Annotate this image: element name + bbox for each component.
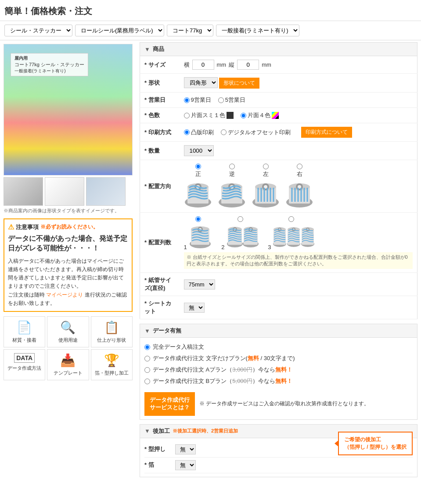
print-digital-option[interactable]: デジタルオフセット印刷	[221, 129, 291, 136]
my-page-link[interactable]: マイページより	[46, 292, 83, 298]
icon-data[interactable]: DATA データ作成方法	[4, 349, 45, 380]
type-select[interactable]: ロールシール(業務用ラベル)	[75, 25, 164, 36]
black-swatch	[227, 112, 234, 119]
data-opt3-radio[interactable]	[144, 367, 150, 373]
size-cross: 縦	[229, 61, 234, 69]
thumbnail-1[interactable]	[4, 177, 43, 206]
dir-forward[interactable]: 正	[184, 164, 212, 209]
notice-sub-text: 入稿データに不備があった場合はマイページにご連絡をさせていただきます。再入稿が締…	[8, 257, 128, 307]
col-3-icon	[273, 223, 314, 249]
form-table: サイズ 横 mm 縦 mm 形状 四角形	[140, 56, 417, 319]
icon-usage[interactable]: 🔍 使用用途	[47, 316, 89, 347]
foil-icon: 🏆	[93, 353, 130, 368]
haku-select[interactable]: 無	[175, 460, 196, 470]
data-section-title: データ有無	[153, 327, 181, 335]
data-section-header: ▼ データ有無	[140, 324, 417, 338]
columns-note: ※ 台紙サイズとシールサイズの関係上、製作ができかねる配置列数をご選択された場合…	[184, 252, 413, 269]
icon-finish[interactable]: 📋 仕上がり形状	[91, 316, 133, 347]
post-note: ※後加工選択時、2営業日追加	[173, 428, 238, 434]
callout-arrow	[335, 440, 339, 447]
data-opt1: 完全データ入稿注文	[144, 341, 413, 353]
notice-required: ※必ずお読みください。	[40, 223, 98, 231]
size-label: サイズ	[140, 56, 180, 74]
dir-right[interactable]: 右	[285, 164, 314, 209]
data-opt3-label[interactable]: データ作成代行注文 Aプラン（3,000円）今なら無料！	[153, 366, 292, 374]
col-2-label: 2	[221, 244, 224, 250]
col-1-label: 1	[184, 244, 187, 250]
columns-row: 配置列数 1	[140, 213, 417, 273]
bd-9-option[interactable]: 9営業日	[184, 96, 211, 104]
bd-5-option[interactable]: 5営業日	[218, 96, 245, 104]
category-select[interactable]: シール・ステッカー	[4, 25, 72, 36]
col-1-item[interactable]: 1	[184, 216, 213, 250]
data-opt3: データ作成代行注文 Aプラン（3,000円）今なら無料！	[144, 364, 413, 375]
print-relief-option[interactable]: 凸版印刷	[184, 129, 214, 136]
dir-left[interactable]: 左	[252, 164, 280, 209]
bd-9-label: 9営業日	[191, 96, 211, 104]
dir-reverse[interactable]: 逆	[218, 164, 246, 209]
dir-reverse-label: 逆	[229, 171, 235, 177]
data-opt4-radio[interactable]	[144, 379, 150, 384]
data-service-row: データ作成代行 サービスとは？ ※ データ作成サービスはご入金の確認が取れ次第作…	[144, 390, 413, 416]
material-select[interactable]: コート77kg	[167, 25, 213, 36]
template-icon: 📥	[49, 353, 86, 368]
color-4-label: 片面４色	[248, 111, 270, 119]
data-opt2: データ作成代行注文 文字だけプラン(無料 / 30文字まで)	[144, 353, 413, 364]
data-opt2-radio[interactable]	[144, 356, 150, 361]
data-opt1-label[interactable]: 完全データ入稿注文	[153, 343, 204, 351]
sheet-cut-label: シートカット	[140, 296, 180, 319]
col-3-item[interactable]: 3	[268, 216, 314, 250]
qty-label: 数量	[140, 142, 180, 160]
left-panel: 屋内用 コート77kg シール・ステッカー 一般接着(ラミネート有り) ※商品案…	[0, 40, 136, 479]
dir-right-icon	[285, 178, 314, 209]
qty-row: 数量 1000	[140, 142, 417, 160]
icon-foil[interactable]: 🏆 箔・型押し加工	[91, 349, 133, 380]
data-opt4-label[interactable]: データ作成代行注文 Bプラン（5,000円）今なら無料！	[153, 377, 292, 385]
col-2-item[interactable]: 2	[221, 216, 259, 250]
dir-forward-icon	[184, 178, 212, 209]
print-group: 凸版印刷 デジタルオフセット印刷 印刷方式について	[184, 127, 413, 138]
color-4-option[interactable]: 片面４色	[241, 111, 279, 119]
direction-group: 正	[184, 164, 413, 209]
shape-about-button[interactable]: 形状について	[219, 78, 259, 89]
qty-select[interactable]: 1000	[184, 145, 214, 156]
template-label: テンプレート	[54, 370, 83, 375]
search-icon: 🔍	[49, 320, 86, 335]
business-days-group: 9営業日 5営業日	[184, 96, 413, 104]
color-1-option[interactable]: 片面スミ１色	[184, 111, 234, 119]
usage-label: 使用用途	[58, 337, 78, 343]
print-relief-label: 凸版印刷	[191, 129, 214, 136]
icon-material[interactable]: 📄 材質・接着	[4, 316, 45, 347]
icon-grid: 📄 材質・接着 🔍 使用用途 📋 仕上がり形状 DATA データ作成方法 📥 テ…	[4, 316, 133, 380]
sheet-cut-row: シートカット 無	[140, 296, 417, 319]
print-about-button[interactable]: 印刷方式について	[301, 127, 352, 138]
product-section-title: 商品	[153, 45, 164, 53]
product-image: 屋内用 コート77kg シール・ステッカー 一般接着(ラミネート有り)	[4, 44, 133, 175]
data-options: 完全データ入稿注文 データ作成代行注文 文字だけプラン(無料 / 30文字まで)…	[140, 338, 417, 420]
width-input[interactable]	[192, 60, 214, 70]
thumbnail-3[interactable]	[86, 177, 126, 206]
data-opt2-label[interactable]: データ作成代行注文 文字だけプラン(無料 / 30文字まで)	[153, 354, 295, 362]
adhesive-select[interactable]: 一般接着(ラミネート有り)	[216, 25, 299, 36]
tube-select[interactable]: 75mm	[184, 279, 215, 290]
image-note: ※商品案内の画像は形状タイプを表すイメージです。	[4, 207, 133, 214]
icon-template[interactable]: 📥 テンプレート	[47, 349, 89, 380]
height-input[interactable]	[237, 60, 259, 70]
thumbnail-2[interactable]	[45, 177, 84, 206]
sheet-cut-select[interactable]: 無	[184, 303, 205, 313]
notice-main-text: データに不備があった場合、発送予定日がズレる可能性が・・・！	[8, 234, 128, 254]
color-row: 色数 片面スミ１色 片面４色	[140, 108, 417, 123]
shape-label: 形状	[140, 74, 180, 93]
main-layout: 屋内用 コート77kg シール・ステッカー 一般接着(ラミネート有り) ※商品案…	[0, 40, 421, 479]
page-title: 簡単！価格検索・注文	[0, 0, 421, 21]
katagoshi-select[interactable]: 無	[175, 444, 196, 454]
thumbnail-row	[4, 177, 133, 206]
col-3-label: 3	[268, 244, 271, 250]
right-panel: ▼ 商品 サイズ 横 mm 縦 mm	[136, 40, 421, 479]
data-opt1-radio[interactable]	[144, 344, 150, 350]
data-service-button[interactable]: データ作成代行 サービスとは？	[144, 392, 195, 416]
shape-select[interactable]: 四角形	[184, 77, 218, 88]
katagoshi-label: 型押し	[144, 445, 171, 453]
dir-left-label: 左	[263, 171, 269, 177]
col-2-icon	[226, 223, 259, 249]
